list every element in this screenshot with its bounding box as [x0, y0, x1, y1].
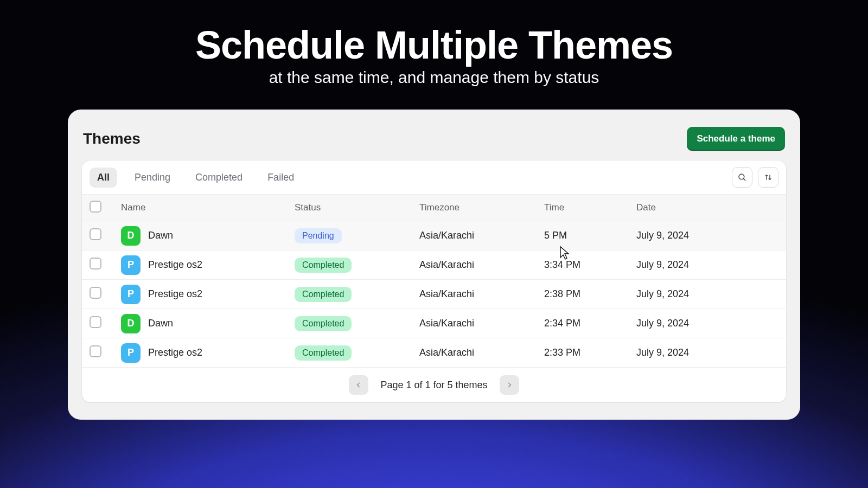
timezone-cell: Asia/Karachi — [419, 347, 544, 358]
status-badge: Completed — [295, 316, 352, 331]
pagination: Page 1 of 1 for 5 themes — [82, 368, 786, 402]
theme-avatar: P — [121, 343, 141, 363]
time-cell: 3:34 PM — [544, 259, 636, 271]
row-checkbox[interactable] — [90, 287, 101, 299]
search-button[interactable] — [732, 167, 752, 188]
theme-name: Prestige os2 — [148, 347, 202, 358]
row-checkbox[interactable] — [90, 316, 101, 328]
prev-page-button[interactable] — [349, 375, 368, 395]
status-badge: Completed — [295, 258, 352, 273]
tab-failed[interactable]: Failed — [260, 168, 302, 188]
row-checkbox[interactable] — [90, 345, 101, 357]
next-page-button[interactable] — [500, 375, 519, 395]
time-cell: 2:38 PM — [544, 288, 636, 300]
theme-avatar: P — [121, 255, 141, 275]
time-cell: 5 PM — [544, 230, 636, 241]
timezone-cell: Asia/Karachi — [419, 259, 544, 271]
table-row[interactable]: PPrestige os2CompletedAsia/Karachi2:33 P… — [82, 338, 786, 368]
col-time: Time — [544, 202, 636, 213]
schedule-theme-button[interactable]: Schedule a theme — [687, 127, 785, 151]
pagination-label: Page 1 of 1 for 5 themes — [380, 380, 487, 391]
chevron-right-icon — [506, 381, 513, 389]
col-date: Date — [636, 202, 778, 213]
select-all-checkbox[interactable] — [90, 201, 101, 213]
theme-name: Prestige os2 — [148, 288, 202, 300]
tabs: AllPendingCompletedFailed — [90, 168, 302, 188]
table-row[interactable]: PPrestige os2CompletedAsia/Karachi3:34 P… — [82, 251, 786, 280]
tab-pending[interactable]: Pending — [127, 168, 178, 188]
col-timezone: Timezone — [419, 202, 544, 213]
col-name: Name — [121, 202, 295, 213]
tabs-row: AllPendingCompletedFailed — [82, 160, 786, 194]
time-cell: 2:34 PM — [544, 318, 636, 329]
card-header: Themes Schedule a theme — [82, 121, 786, 160]
hero-subtitle: at the same time, and manage them by sta… — [269, 68, 599, 87]
date-cell: July 9, 2024 — [636, 259, 778, 271]
theme-name: Prestige os2 — [148, 259, 202, 271]
date-cell: July 9, 2024 — [636, 288, 778, 300]
timezone-cell: Asia/Karachi — [419, 288, 544, 300]
status-badge: Completed — [295, 345, 352, 361]
theme-name: Dawn — [148, 318, 173, 329]
date-cell: July 9, 2024 — [636, 347, 778, 358]
theme-avatar: P — [121, 285, 141, 304]
timezone-cell: Asia/Karachi — [419, 318, 544, 329]
date-cell: July 9, 2024 — [636, 318, 778, 329]
row-checkbox[interactable] — [90, 258, 101, 269]
theme-avatar: D — [121, 226, 141, 246]
status-badge: Completed — [295, 287, 352, 302]
tab-all[interactable]: All — [90, 168, 117, 188]
theme-avatar: D — [121, 314, 141, 333]
card-title: Themes — [83, 130, 141, 147]
themes-card: Themes Schedule a theme AllPendingComple… — [68, 110, 800, 420]
time-cell: 2:33 PM — [544, 347, 636, 358]
timezone-cell: Asia/Karachi — [419, 230, 544, 241]
themes-panel: AllPendingCompletedFailed Name Status Ti… — [82, 160, 786, 402]
table-header-row: Name Status Timezone Time Date — [82, 194, 786, 221]
table-row[interactable]: DDawnCompletedAsia/Karachi2:34 PMJuly 9,… — [82, 309, 786, 338]
hero-title: Schedule Multiple Themes — [195, 23, 673, 67]
chevron-left-icon — [355, 381, 362, 389]
svg-point-0 — [739, 174, 744, 179]
table-tools — [732, 167, 778, 188]
col-status: Status — [295, 202, 419, 213]
theme-name: Dawn — [148, 230, 173, 241]
table-row[interactable]: PPrestige os2CompletedAsia/Karachi2:38 P… — [82, 280, 786, 309]
table-row[interactable]: DDawnPendingAsia/Karachi5 PMJuly 9, 2024 — [82, 221, 786, 251]
status-badge: Pending — [295, 228, 342, 243]
tab-completed[interactable]: Completed — [188, 168, 250, 188]
date-cell: July 9, 2024 — [636, 230, 778, 241]
svg-line-1 — [743, 178, 745, 181]
sort-button[interactable] — [758, 167, 778, 188]
sort-icon — [763, 172, 773, 182]
row-checkbox[interactable] — [90, 228, 101, 240]
search-icon — [737, 172, 747, 182]
